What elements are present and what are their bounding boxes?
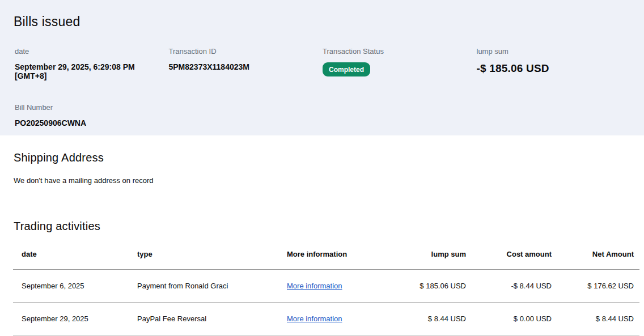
field-transaction-status: Transaction Status Completed — [323, 47, 477, 80]
lump-sum-value: -$ 185.06 USD — [477, 62, 631, 75]
table-header-row: date type More information lump sum Cost… — [13, 250, 639, 270]
row-date: September 29, 2025 — [22, 314, 137, 323]
row-net-amount: $ 176.62 USD — [552, 282, 634, 290]
row-cost-amount: $ 0.00 USD — [466, 314, 552, 323]
transaction-id-value: 5PM82373X1184023M — [169, 62, 323, 71]
summary-grid: date September 29, 2025, 6:29:08 PM [GMT… — [14, 47, 630, 127]
shipping-address-message: We don't have a mailing address on recor… — [14, 176, 630, 185]
field-bill-number: Bill Number PO20250906CWNA — [15, 103, 169, 127]
shipping-address-title: Shipping Address — [14, 151, 630, 164]
column-header-type: type — [137, 250, 287, 269]
row-type: PayPal Fee Reversal — [137, 314, 287, 323]
page-title: Bills issued — [14, 14, 630, 29]
field-transaction-id: Transaction ID 5PM82373X1184023M — [169, 47, 323, 80]
row-lump-sum: $ 185.06 USD — [381, 282, 466, 290]
column-header-date: date — [22, 250, 137, 269]
field-date: date September 29, 2025, 6:29:08 PM [GMT… — [15, 47, 169, 80]
row-lump-sum: $ 8.44 USD — [381, 314, 466, 323]
column-header-lump-sum: lump sum — [381, 250, 466, 269]
bill-summary-section: Bills issued date September 29, 2025, 6:… — [0, 0, 644, 135]
more-information-link[interactable]: More information — [287, 282, 342, 290]
trading-activities-table: date type More information lump sum Cost… — [13, 250, 639, 335]
lump-sum-label: lump sum — [477, 47, 631, 56]
bill-number-value: PO20250906CWNA — [15, 118, 169, 127]
column-header-cost-amount: Cost amount — [466, 250, 552, 269]
bill-number-label: Bill Number — [15, 103, 169, 112]
column-header-more-information: More information — [287, 250, 381, 269]
status-badge: Completed — [323, 62, 370, 76]
transaction-id-label: Transaction ID — [169, 47, 323, 56]
column-header-net-amount: Net Amount — [552, 250, 634, 269]
shipping-address-section: Shipping Address We don't have a mailing… — [0, 135, 644, 185]
transaction-status-label: Transaction Status — [323, 47, 477, 56]
more-information-link[interactable]: More information — [287, 314, 342, 323]
row-date: September 6, 2025 — [22, 282, 137, 290]
trading-activities-section: Trading activities date type More inform… — [0, 185, 644, 335]
date-value: September 29, 2025, 6:29:08 PM [GMT+8] — [15, 62, 169, 80]
field-lump-sum: lump sum -$ 185.06 USD — [477, 47, 631, 80]
table-row: September 29, 2025 PayPal Fee Reversal M… — [13, 303, 639, 335]
row-net-amount: $ 8.44 USD — [552, 314, 634, 323]
date-label: date — [15, 47, 169, 56]
trading-activities-title: Trading activities — [14, 220, 630, 233]
table-row: September 6, 2025 Payment from Ronald Gr… — [13, 270, 639, 303]
row-type: Payment from Ronald Graci — [137, 282, 287, 290]
row-cost-amount: -$ 8.44 USD — [466, 282, 552, 290]
